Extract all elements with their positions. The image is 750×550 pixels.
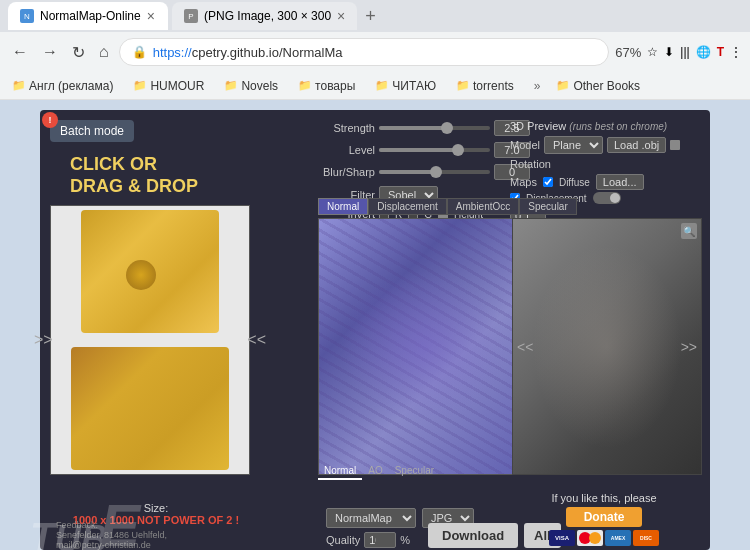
zoom-button[interactable]: 67% <box>615 45 641 60</box>
ao-nav-left[interactable]: << <box>517 339 533 355</box>
quality-input[interactable] <box>364 532 396 548</box>
strength-track[interactable] <box>379 126 490 130</box>
blur-label: Blur/Sharp <box>310 166 375 178</box>
bookmark-novels-label: Novels <box>241 79 278 93</box>
ao-center <box>532 245 682 449</box>
view-tab-normal[interactable]: Normal <box>318 463 362 480</box>
address-bar[interactable]: 🔒 https://cpetry.github.io/NormalMa <box>119 38 610 66</box>
tab-label-png: (PNG Image, 300 × 300 <box>204 9 331 23</box>
tab-normalmap[interactable]: N NormalMap-Online × <box>8 2 168 30</box>
model-label: Model <box>510 139 540 151</box>
format-select[interactable]: NormalMap <box>326 508 416 528</box>
ao-nav-right[interactable]: >> <box>681 339 697 355</box>
bookmark-folder-icon-3: 📁 <box>224 79 238 92</box>
visa-icon: VISA <box>549 530 575 546</box>
bookmarks-more-button[interactable]: » <box>534 79 541 93</box>
feedback-email: mail@petry-christian.de <box>56 540 236 550</box>
new-tab-button[interactable]: + <box>361 6 380 27</box>
preview-title-row: 3D Preview (runs best on chrome) <box>510 120 700 132</box>
download-icon[interactable]: ⬇ <box>664 45 674 59</box>
typeface-icon[interactable]: T <box>717 45 724 59</box>
view-tab-specular[interactable]: Specular <box>389 463 440 480</box>
blur-track[interactable] <box>379 170 490 174</box>
star-icon[interactable]: ☆ <box>647 45 658 59</box>
model-select[interactable]: Plane <box>544 136 603 154</box>
panel-tab-specular[interactable]: Specular <box>519 198 576 215</box>
level-thumb[interactable] <box>452 144 464 156</box>
quality-pct: % <box>400 534 410 546</box>
preview-subtitle: (runs best on chrome) <box>569 121 667 132</box>
load-button[interactable]: Load... <box>596 174 644 190</box>
maps-label: Maps <box>510 176 537 188</box>
donate-text: If you like this, please <box>551 492 656 504</box>
diffuse-checkbox[interactable] <box>543 177 553 187</box>
globe-icon[interactable]: 🌐 <box>696 45 711 59</box>
panel-tabs-row: Normal Displacement AmbientOcc Specular <box>318 198 577 215</box>
bookmark-folder-icon-4: 📁 <box>298 79 312 92</box>
panel-tab-ambientocc[interactable]: AmbientOcc <box>447 198 519 215</box>
ao-preview-panel: << >> 🔍 <box>512 218 702 475</box>
image-nav-right[interactable]: << <box>247 331 266 349</box>
bookmark-chitayu-label: ЧИТАЮ <box>392 79 436 93</box>
extensions-icon[interactable]: ||| <box>680 45 689 59</box>
normalmap-center <box>340 270 508 423</box>
refresh-button[interactable]: ↻ <box>68 41 89 64</box>
bookmark-folder-icon-7: 📁 <box>556 79 570 92</box>
view-tabs-row: Normal AO Specular <box>318 463 440 480</box>
original-image-panel <box>50 205 250 475</box>
bookmark-humour-label: HUMOUR <box>150 79 204 93</box>
tab-bar: N NormalMap-Online × P (PNG Image, 300 ×… <box>0 0 750 32</box>
zoom-icon[interactable]: 🔍 <box>681 223 697 239</box>
bookmark-torrents-label: torrents <box>473 79 514 93</box>
batch-mode-button[interactable]: Batch mode <box>50 120 134 142</box>
preview-toggle[interactable] <box>670 140 680 150</box>
download-button[interactable]: Download <box>428 523 518 548</box>
bookmark-folder-icon-6: 📁 <box>456 79 470 92</box>
rotation-label: Rotation <box>510 158 700 170</box>
back-button[interactable]: ← <box>8 41 32 63</box>
address-bar-row: ← → ↻ ⌂ 🔒 https://cpetry.github.io/Norma… <box>0 32 750 72</box>
quality-row: Quality % <box>326 532 410 548</box>
tab-close-png[interactable]: × <box>337 8 345 24</box>
strength-row: Strength 2.5 <box>310 120 530 136</box>
feedback-addr: Senefelder, 81486 Uehlfeld, <box>56 530 236 540</box>
level-track[interactable] <box>379 148 490 152</box>
tab-favicon-png: P <box>184 9 198 23</box>
blur-thumb[interactable] <box>430 166 442 178</box>
normalmap-image <box>319 219 529 474</box>
forward-button[interactable]: → <box>38 41 62 63</box>
address-domain: cpetry.github.io/NormalMa <box>192 45 343 60</box>
batch-mode-warning-icon: ! <box>42 112 58 128</box>
app-panel: ! Batch mode CLICK OR DRAG & DROP ? ! He… <box>40 110 710 550</box>
bookmark-chitayu[interactable]: 📁 ЧИТАЮ <box>371 77 440 95</box>
panel-tab-displacement[interactable]: Displacement <box>368 198 447 215</box>
strength-label: Strength <box>310 122 375 134</box>
displacement-toggle[interactable] <box>593 192 621 204</box>
level-fill <box>379 148 457 152</box>
tab-label-normalmap: NormalMap-Online <box>40 9 141 23</box>
menu-icon[interactable]: ⋮ <box>730 45 742 59</box>
bookmark-tovary-label: товары <box>315 79 355 93</box>
mastercard-icon <box>577 530 603 546</box>
bookmark-folder-icon: 📁 <box>12 79 26 92</box>
bookmark-angl[interactable]: 📁 Англ (реклама) <box>8 77 117 95</box>
load-obj-button[interactable]: Load .obj <box>607 137 666 153</box>
image-nav-left[interactable]: >> <box>34 331 53 349</box>
donate-panel: If you like this, please Donate VISA AME… <box>514 492 694 546</box>
tab-close-normalmap[interactable]: × <box>147 8 155 24</box>
bookmark-folder-icon-5: 📁 <box>375 79 389 92</box>
bookmark-torrents[interactable]: 📁 torrents <box>452 77 518 95</box>
tab-png[interactable]: P (PNG Image, 300 × 300 × <box>172 2 357 30</box>
bookmark-tovary[interactable]: 📁 товары <box>294 77 359 95</box>
strength-fill <box>379 126 446 130</box>
donate-button[interactable]: Donate <box>566 507 643 527</box>
view-tab-ao[interactable]: AO <box>362 463 388 480</box>
panel-tab-normal[interactable]: Normal <box>318 198 368 215</box>
strength-thumb[interactable] <box>441 122 453 134</box>
home-button[interactable]: ⌂ <box>95 41 113 63</box>
bookmark-humour[interactable]: 📁 HUMOUR <box>129 77 208 95</box>
bookmark-other[interactable]: 📁 Other Books <box>552 77 644 95</box>
feedback-label: Feedback: <box>56 520 236 530</box>
bookmark-angl-label: Англ (реклама) <box>29 79 113 93</box>
bookmark-novels[interactable]: 📁 Novels <box>220 77 282 95</box>
